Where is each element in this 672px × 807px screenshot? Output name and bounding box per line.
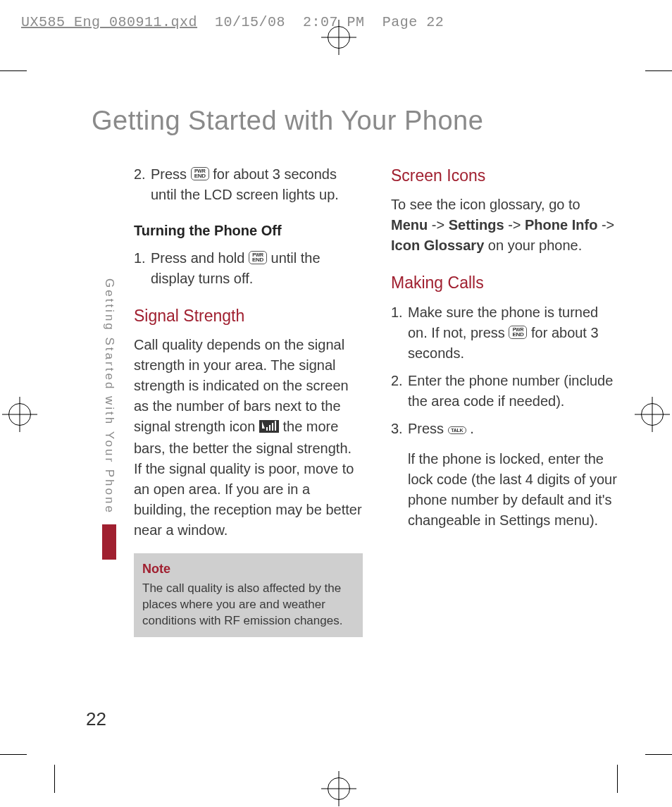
svg-rect-2 (266, 427, 268, 431)
left-column: 2. Press PWREND for about 3 seconds unti… (134, 164, 363, 637)
lock-code-paragraph: lf the phone is locked, enter the lock c… (408, 449, 620, 531)
note-body: The call quality is also affected by the… (142, 581, 354, 629)
registration-mark (328, 777, 350, 800)
page-title: Getting Started with Your Phone (92, 106, 620, 136)
crop-mark (54, 765, 55, 793)
print-slug: UX585_Eng_080911.qxd 10/15/08 2:07 PM Pa… (21, 14, 444, 30)
signal-bars-icon (259, 418, 279, 438)
note-title: Note (142, 560, 354, 577)
power-on-step-2: 2. Press PWREND for about 3 seconds unti… (134, 164, 363, 205)
making-calls-step-1: 1. Make sure the phone is turned on. If … (391, 302, 620, 364)
making-calls-step-2: 2. Enter the phone number (include the a… (391, 371, 620, 412)
pwr-end-key-icon: PWREND (191, 167, 209, 180)
signal-strength-heading: Signal Strength (134, 304, 363, 328)
svg-rect-5 (275, 421, 276, 431)
registration-mark (641, 403, 664, 426)
crop-mark (617, 765, 618, 793)
registration-mark (328, 26, 350, 49)
pwr-end-key-icon: PWREND (249, 251, 267, 264)
crop-mark (0, 754, 27, 755)
making-calls-step-3: 3. Press TALK . (391, 419, 620, 439)
note-box: Note The call quality is also affected b… (134, 553, 363, 637)
slug-filename: UX585_Eng_080911.qxd (21, 14, 197, 30)
svg-rect-4 (272, 423, 273, 431)
svg-rect-3 (269, 425, 270, 431)
page-content: Getting Started with Your Phone 2. Press… (92, 106, 620, 637)
screen-icons-heading: Screen Icons (391, 164, 620, 187)
crop-mark (0, 70, 27, 71)
signal-strength-paragraph: Call quality depends on the signal stren… (134, 335, 363, 541)
slug-pagelabel: Page 22 (382, 14, 444, 30)
slug-date: 10/15/08 (215, 14, 285, 30)
screen-icons-paragraph: To see the icon glossary, go to Menu -> … (391, 195, 620, 256)
registration-mark (8, 403, 31, 426)
crop-mark (645, 754, 672, 755)
pwr-end-key-icon: PWREND (509, 326, 527, 339)
page-number: 22 (86, 708, 106, 730)
power-off-step-1: 1. Press and hold PWREND until the displ… (134, 248, 363, 289)
talk-key-icon: TALK (448, 426, 466, 434)
making-calls-heading: Making Calls (391, 271, 620, 295)
turning-off-heading: Turning the Phone Off (134, 221, 363, 241)
right-column: Screen Icons To see the icon glossary, g… (391, 164, 620, 637)
crop-mark (645, 70, 672, 71)
